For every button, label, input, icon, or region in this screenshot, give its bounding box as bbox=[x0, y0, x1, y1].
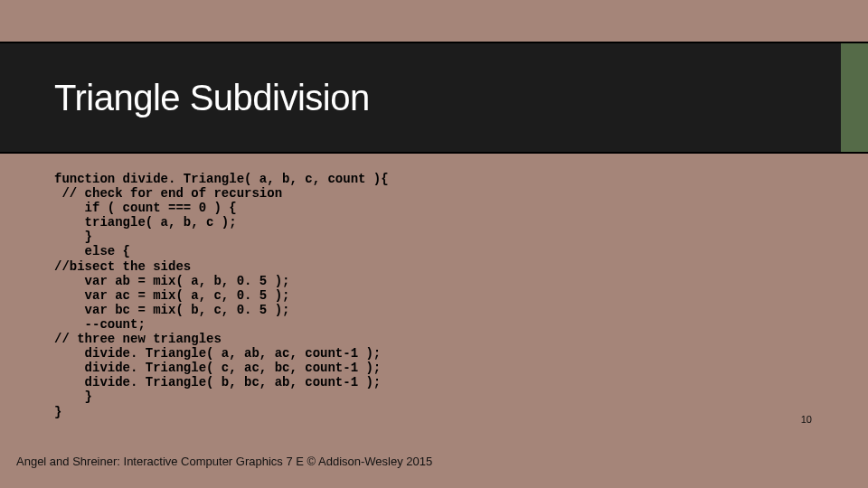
slide-title: Triangle Subdivision bbox=[54, 78, 370, 118]
code-block: function divide. Triangle( a, b, c, coun… bbox=[54, 172, 389, 419]
footer-text: Angel and Shreiner: Interactive Computer… bbox=[16, 455, 432, 468]
page-number: 10 bbox=[801, 414, 812, 425]
title-bar: Triangle Subdivision bbox=[0, 42, 868, 154]
